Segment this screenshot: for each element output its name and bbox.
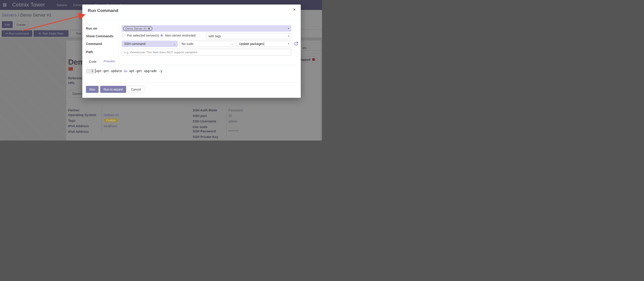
chevron-down-icon: ▾	[288, 27, 289, 29]
apps-grid-icon[interactable]	[3, 3, 6, 7]
server-color-swatch[interactable]	[68, 67, 73, 71]
radio-non-restricted[interactable]	[160, 34, 163, 37]
app-screen: Cetmix Tower Servers Commands Files Tool…	[0, 0, 322, 140]
modal-title: Run Command	[88, 8, 118, 13]
ssh-port-label: SSH port	[193, 114, 207, 118]
path-input[interactable]	[122, 49, 291, 55]
code-editor-line[interactable]: apt-get update && apt-get upgrade -y	[96, 69, 162, 73]
run-flight-plan-button[interactable]: ✈ Run Flight Plan	[34, 30, 68, 37]
os-label: Operating System	[68, 113, 96, 117]
command-type-select[interactable]: SSH command ⌄	[122, 41, 178, 47]
breadcrumb-servers-link[interactable]: Servers	[2, 13, 16, 17]
plane-icon: ✈	[38, 32, 41, 35]
code-line-number: 1	[86, 69, 95, 74]
menu-item-servers[interactable]: Servers	[56, 3, 67, 7]
chevron-down-icon: ▾	[288, 35, 289, 37]
run-on-field[interactable]: Demo Server #1 ✖ ▾	[122, 25, 291, 32]
chevron-down-icon: ⌄	[231, 42, 233, 45]
run-command-button[interactable]: </> Run command	[2, 30, 32, 37]
tag-custom[interactable]: Custom	[104, 119, 118, 122]
status-dot-icon	[312, 58, 315, 61]
modal-footer-divider	[82, 82, 301, 83]
run-on-server-tag: Demo Server #1 ✖	[123, 26, 152, 31]
partner-label: Partner	[68, 108, 80, 112]
ssh-auth-mode-value: Password	[228, 108, 243, 112]
chevron-down-icon: ▾	[288, 43, 289, 45]
command-label: Command	[86, 42, 118, 46]
run-command-modal: Run Command × Run on Demo Server #1 ✖ ▾ …	[82, 4, 301, 98]
breadcrumb-current: Demo Server #1	[20, 13, 51, 17]
radio-selected-servers-label[interactable]: For selected server(s)	[127, 34, 159, 37]
tab-preview[interactable]: Preview	[104, 59, 115, 63]
run-in-wizard-button[interactable]: Run in wizard	[100, 86, 126, 93]
tags-label: Tags	[68, 119, 76, 122]
breadcrumb-separator: /	[16, 13, 20, 17]
reference-label: Reference	[68, 76, 84, 80]
ssh-username-value: admin	[228, 119, 238, 123]
show-commands-label: Show Commands	[86, 34, 118, 38]
ssh-auth-mode-label: SSH Auth Mode	[193, 108, 217, 112]
external-link-icon[interactable]	[294, 41, 298, 46]
run-button[interactable]: Run	[86, 86, 98, 93]
column-divider	[226, 107, 226, 137]
chevron-down-icon: ⌄	[174, 42, 176, 45]
sudo-mode-select[interactable]: No sudo ⌄	[179, 41, 235, 47]
ssh-password-label: SSH Password	[193, 129, 216, 133]
close-icon[interactable]: ×	[293, 7, 296, 12]
url-label: URL	[68, 81, 75, 85]
editor-cursor	[95, 69, 96, 73]
path-label: Path	[86, 50, 118, 54]
modal-footer: Run Run in wizard Cancel	[86, 86, 144, 93]
run-on-label: Run on	[86, 27, 118, 30]
ssh-password-value: ********	[228, 129, 238, 133]
ssh-port-value: 22	[228, 114, 232, 118]
radio-selected-servers[interactable]	[122, 34, 125, 37]
tab-code[interactable]: Code	[86, 58, 100, 65]
os-value[interactable]: Debian 10	[104, 113, 119, 117]
use-sudo-label: Use sudo	[193, 125, 207, 129]
breadcrumb: Servers / Demo Server #1	[2, 13, 52, 18]
column-divider	[102, 107, 102, 133]
label-column-divider	[118, 22, 119, 63]
app-brand[interactable]: Cetmix Tower	[12, 2, 45, 8]
ssh-private-key-label: SSH Private Key	[193, 135, 218, 139]
with-tags-select[interactable]: with tags ▾	[206, 33, 291, 39]
ipv4-label: IPv4 Address	[68, 124, 89, 128]
code-icon: </>	[5, 32, 8, 35]
ssh-username-label: SSH Username	[193, 119, 216, 123]
text-cursor	[264, 42, 264, 46]
command-name-input[interactable]: Update packages ▾	[236, 41, 291, 47]
ipv4-value: localhost	[104, 124, 117, 128]
create-button[interactable]: Create	[14, 21, 28, 28]
remove-tag-icon[interactable]: ✖	[148, 27, 150, 30]
radio-non-restricted-label[interactable]: Non server restricted	[165, 34, 196, 37]
edit-button[interactable]: Edit	[2, 21, 13, 28]
cancel-button[interactable]: Cancel	[128, 86, 144, 93]
smart-button-partial[interactable]: es	[303, 46, 321, 51]
ipv6-label: IPv6 Address	[68, 130, 89, 133]
